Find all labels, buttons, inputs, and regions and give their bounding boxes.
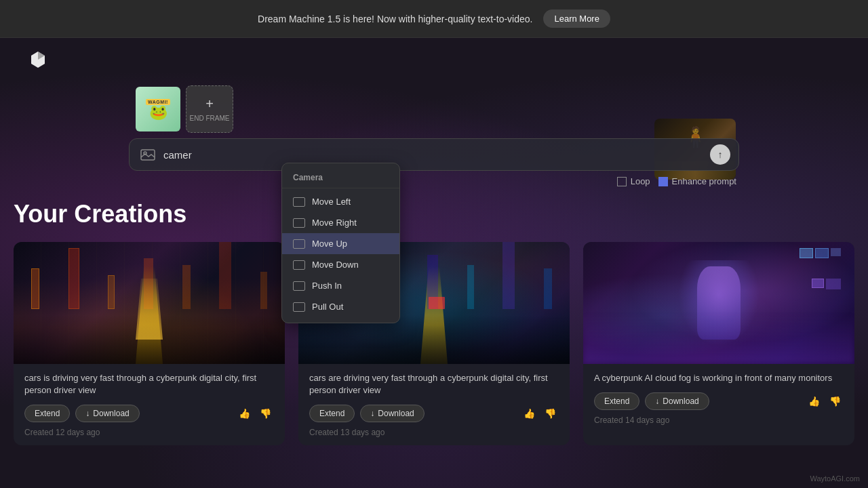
loop-checkbox[interactable]: [617, 177, 627, 186]
start-frame-image[interactable]: WAGMI! 🐸: [136, 87, 180, 131]
pull-out-label: Pull Out: [312, 302, 343, 312]
camera-move-up[interactable]: Move Up: [282, 233, 399, 254]
learn-more-button[interactable]: Learn More: [543, 9, 610, 28]
loop-option[interactable]: Loop: [617, 176, 650, 186]
push-in-label: Push In: [312, 281, 342, 291]
enhance-option[interactable]: Enhance prompt: [658, 176, 736, 186]
creation-card-3: A cyberpunk AI cloud fog is working in f…: [583, 242, 854, 445]
move-left-label: Move Left: [312, 197, 351, 207]
download-icon-3: ↓: [655, 396, 659, 406]
announcement-bar: Dream Machine 1.5 is here! Now with high…: [0, 0, 868, 38]
thumbdown-button-2[interactable]: 👎: [542, 405, 559, 422]
move-right-icon: [293, 218, 305, 228]
card-timestamp-1: Created 12 days ago: [24, 428, 274, 437]
card-description-2: cars are driving very fast through a cyb…: [309, 372, 559, 396]
move-down-label: Move Down: [312, 260, 359, 270]
card-description-1: cars is driving very fast through a cybe…: [24, 372, 274, 396]
loop-label: Loop: [631, 176, 650, 186]
thumb-buttons-1: 👍 👎: [236, 405, 274, 422]
thumb-buttons-2: 👍 👎: [521, 405, 559, 422]
thumb-buttons-3: 👍 👎: [806, 393, 844, 409]
card-info-3: A cyberpunk AI cloud fog is working in f…: [583, 364, 854, 433]
thumbdown-button-3[interactable]: 👎: [827, 393, 844, 409]
thumbup-button-1[interactable]: 👍: [236, 405, 253, 422]
creation-card-1: cars is driving very fast through a cybe…: [14, 242, 285, 445]
watermark: WaytoAGI.com: [810, 474, 860, 483]
extend-button-2[interactable]: Extend: [309, 405, 355, 422]
download-button-2[interactable]: ↓ Download: [360, 405, 424, 422]
card-timestamp-3: Created 14 days ago: [594, 415, 844, 425]
card-info-1: cars is driving very fast through a cybe…: [14, 364, 285, 445]
download-button-1[interactable]: ↓ Download: [75, 405, 139, 422]
enhance-label: Enhance prompt: [672, 176, 736, 186]
camera-dropdown: Camera Move Left Move Right Move Up Move…: [281, 163, 400, 323]
end-frame-label: END FRAME: [190, 115, 230, 122]
card-description-3: A cyberpunk AI cloud fog is working in f…: [594, 372, 844, 384]
move-right-label: Move Right: [312, 218, 357, 228]
camera-push-in[interactable]: Push In: [282, 275, 399, 296]
card-actions-3: Extend ↓ Download 👍 👎: [594, 392, 844, 410]
image-strip: WAGMI! 🐸 + END FRAME: [129, 85, 739, 133]
fog-effect-3: [583, 315, 854, 364]
card-timestamp-2: Created 13 days ago: [309, 428, 559, 437]
monitors-3: [800, 248, 841, 258]
monitors-row2-3: [812, 279, 841, 289]
extend-button-3[interactable]: Extend: [594, 392, 639, 410]
input-area: WAGMI! 🐸 + END FRAME ↑ Loop Enhan: [129, 85, 739, 186]
download-icon-2: ↓: [370, 409, 374, 418]
card-info-2: cars are driving very fast through a cyb…: [298, 364, 570, 445]
plus-icon: +: [205, 96, 214, 112]
thumbup-button-3[interactable]: 👍: [806, 393, 823, 409]
move-up-label: Move Up: [312, 239, 347, 249]
enhance-checkbox[interactable]: [658, 177, 668, 186]
card-actions-1: Extend ↓ Download 👍 👎: [24, 405, 274, 422]
pull-out-icon: [293, 302, 305, 312]
camera-move-down[interactable]: Move Down: [282, 254, 399, 275]
thumbup-button-2[interactable]: 👍: [521, 405, 538, 422]
camera-pull-out[interactable]: Pull Out: [282, 296, 399, 317]
send-button[interactable]: ↑: [710, 144, 730, 165]
card-image-1: [14, 242, 285, 364]
send-icon: ↑: [718, 149, 723, 160]
logo[interactable]: [27, 47, 49, 69]
frog-emoji: 🐸: [149, 105, 167, 120]
card-actions-2: Extend ↓ Download 👍 👎: [309, 405, 559, 422]
creations-grid: cars is driving very fast through a cybe…: [14, 242, 854, 445]
svg-rect-0: [141, 150, 155, 160]
camera-menu-title: Camera: [282, 169, 399, 188]
logo-icon: [27, 47, 49, 69]
camera-move-left[interactable]: Move Left: [282, 191, 399, 212]
card-image-3: [583, 242, 854, 364]
car-indicator-2: [429, 297, 445, 309]
text-input-row: ↑: [129, 138, 739, 171]
options-row: Loop Enhance prompt: [129, 176, 739, 186]
prompt-input[interactable]: [163, 149, 705, 161]
creations-title: Your Creations: [14, 200, 854, 228]
image-attach-button[interactable]: [138, 144, 158, 165]
push-in-icon: [293, 281, 305, 291]
creations-section: Your Creations cars is dr: [0, 200, 868, 445]
end-frame-button[interactable]: + END FRAME: [186, 85, 233, 133]
thumbdown-button-1[interactable]: 👎: [257, 405, 274, 422]
announcement-text: Dream Machine 1.5 is here! Now with high…: [258, 14, 532, 24]
camera-move-right[interactable]: Move Right: [282, 212, 399, 233]
extend-button-1[interactable]: Extend: [24, 405, 70, 422]
move-down-icon: [293, 260, 305, 270]
download-button-3[interactable]: ↓ Download: [645, 392, 709, 410]
move-left-icon: [293, 197, 305, 207]
download-icon-1: ↓: [85, 409, 90, 418]
move-up-icon: [293, 239, 305, 249]
